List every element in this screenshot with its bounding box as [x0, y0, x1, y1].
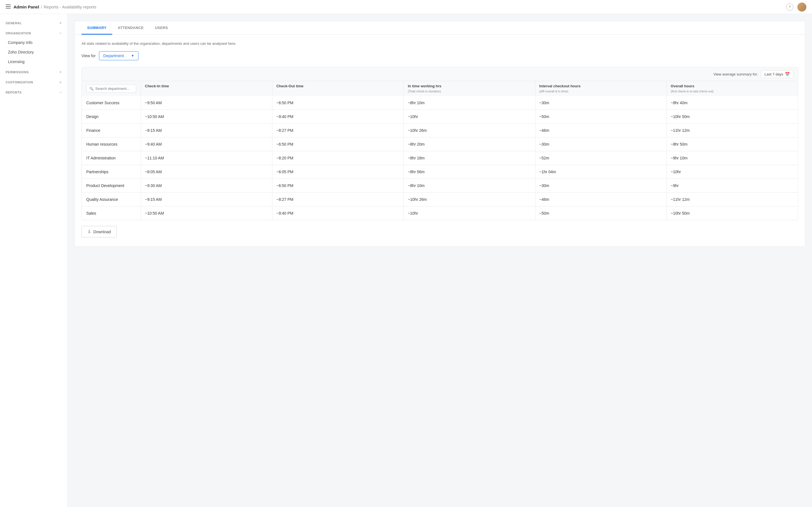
sidebar-section-permissions-header[interactable]: PERMISSIONS +	[0, 68, 67, 76]
col-overall-sub: (first check-in to last check-out)	[671, 89, 794, 93]
chevron-down-icon: ▼	[131, 54, 134, 58]
sidebar-section-general-header[interactable]: GENERAL +	[0, 18, 67, 27]
col-header-checkin: Check-In time	[141, 81, 272, 96]
cell-checkin: ~9:30 AM	[141, 179, 272, 192]
svg-rect-0	[6, 4, 11, 5]
sidebar-section-org-title: ORGANIZATION	[6, 32, 31, 35]
nav-left: Admin Panel / Reports - Availability rep…	[6, 4, 96, 10]
summary-bar-label: View average summary for:	[714, 72, 758, 76]
cell-overall: ~10hr 50m	[667, 207, 798, 220]
cell-interval: ~1hr 04m	[536, 165, 667, 179]
cell-checkout: ~8:27 PM	[272, 124, 404, 137]
cell-checkout: ~8:27 PM	[272, 193, 404, 206]
tab-summary[interactable]: SUMMARY	[82, 21, 112, 35]
cell-interval: ~30m	[536, 179, 667, 192]
avatar[interactable]	[797, 3, 806, 11]
description-text: All stats related to availability of the…	[82, 41, 798, 46]
sidebar-section-customization-title: CUSTOMIZATION	[6, 80, 33, 84]
cell-checkout: ~9:40 PM	[272, 110, 404, 123]
cell-intime: ~10hr 26m	[404, 124, 535, 137]
cell-overall: ~8hr 40m	[667, 96, 798, 110]
table-row: Customer Success ~9:50 AM ~6:50 PM ~8hr …	[82, 96, 798, 110]
admin-panel-link[interactable]: Admin Panel	[13, 4, 39, 9]
sidebar-section-organization: ORGANIZATION − Company Info Zoho Directo…	[0, 29, 67, 66]
cell-interval: ~46m	[536, 124, 667, 137]
cell-dept: Product Development	[82, 179, 141, 192]
cell-dept: Partnerships	[82, 165, 141, 179]
help-icon[interactable]: ?	[786, 3, 794, 11]
dropdown-selected: Department	[103, 54, 124, 58]
tab-users[interactable]: USERS	[149, 21, 173, 35]
table-row: Product Development ~9:30 AM ~6:50 PM ~8…	[82, 179, 798, 193]
cell-checkout: ~6:05 PM	[272, 165, 404, 179]
table-row: Partnerships ~8:05 AM ~6:05 PM ~8hr 56m …	[82, 165, 798, 179]
period-selector[interactable]: Last 7 days 📅	[761, 70, 794, 78]
period-label: Last 7 days	[765, 72, 783, 76]
sidebar-section-customization: CUSTOMIZATION +	[0, 78, 67, 87]
col-header-checkout: Check-Out time	[272, 81, 404, 96]
cell-overall: ~10hr 50m	[667, 110, 798, 123]
cell-intime: ~8hr 10m	[404, 179, 535, 192]
cell-interval: ~30m	[536, 96, 667, 110]
sidebar-section-org-header[interactable]: ORGANIZATION −	[0, 29, 67, 38]
cell-checkout: ~6:50 PM	[272, 137, 404, 151]
col-interval-sub: (diff overall & in time)	[539, 89, 663, 93]
cell-checkin: ~9:15 AM	[141, 124, 272, 137]
col-intime-label: In time working hrs	[408, 84, 531, 89]
tab-attendance[interactable]: ATTENDANCE	[112, 21, 149, 35]
cell-checkin: ~11:10 AM	[141, 151, 272, 165]
cell-overall: ~11hr 12m	[667, 193, 798, 206]
download-button[interactable]: ⇩ Download	[82, 226, 117, 237]
svg-rect-1	[6, 6, 11, 7]
sidebar-section-customization-header[interactable]: CUSTOMIZATION +	[0, 78, 67, 87]
cell-checkin: ~10:50 AM	[141, 110, 272, 123]
col-headers: 🔍 Check-In time Check-Out time In time w…	[82, 81, 798, 96]
cell-dept: IT Administration	[82, 151, 141, 165]
breadcrumb-separator: /	[41, 4, 42, 9]
cell-overall: ~11hr 12m	[667, 124, 798, 137]
sidebar-section-reports: REPORTS −	[0, 88, 67, 97]
table-row: IT Administration ~11:10 AM ~8:20 PM ~8h…	[82, 151, 798, 165]
table-row: Quality Assurance ~9:15 AM ~8:27 PM ~10h…	[82, 193, 798, 207]
col-overall-label: Overall hours	[671, 84, 794, 89]
cell-interval: ~52m	[536, 151, 667, 165]
hamburger-icon[interactable]	[6, 4, 11, 10]
main-content: SUMMARY ATTENDANCE USERS All stats relat…	[68, 14, 812, 507]
cell-interval: ~50m	[536, 207, 667, 220]
cell-overall: ~10hr	[667, 165, 798, 179]
cell-checkin: ~9:50 AM	[141, 96, 272, 110]
cell-checkin: ~8:05 AM	[141, 165, 272, 179]
sidebar-reports-collapse-icon: −	[59, 90, 62, 95]
summary-bar: View average summary for: Last 7 days 📅	[82, 67, 798, 81]
table-body: Customer Success ~9:50 AM ~6:50 PM ~8hr …	[82, 96, 798, 220]
sidebar-item-zoho-directory[interactable]: Zoho Directory	[0, 47, 67, 57]
sidebar-org-collapse-icon: −	[59, 31, 62, 36]
cell-checkout: ~6:50 PM	[272, 96, 404, 110]
table-row: Human resources ~9:40 AM ~6:50 PM ~8hr 2…	[82, 137, 798, 151]
sidebar-section-reports-header[interactable]: REPORTS −	[0, 88, 67, 97]
cell-intime: ~8hr 10m	[404, 96, 535, 110]
sidebar-section-permissions-title: PERMISSIONS	[6, 70, 29, 74]
sidebar-general-expand-icon: +	[59, 21, 62, 25]
sidebar-customization-expand-icon: +	[59, 80, 62, 84]
col-intime-sub: (Total check-in duration)	[408, 89, 531, 93]
tabs-bar: SUMMARY ATTENDANCE USERS	[75, 21, 805, 35]
cell-overall: ~9hr	[667, 179, 798, 192]
sidebar-section-permissions: PERMISSIONS +	[0, 68, 67, 76]
download-row: ⇩ Download	[82, 220, 798, 240]
cell-intime: ~8hr 56m	[404, 165, 535, 179]
sidebar-item-company-info[interactable]: Company Info	[0, 38, 67, 47]
cell-checkin: ~9:40 AM	[141, 137, 272, 151]
cell-interval: ~30m	[536, 137, 667, 151]
view-for-row: View for Department ▼	[82, 51, 798, 60]
cell-intime: ~10hr 26m	[404, 193, 535, 206]
nav-right: ?	[786, 3, 806, 11]
cell-checkout: ~8:20 PM	[272, 151, 404, 165]
department-dropdown[interactable]: Department ▼	[99, 51, 139, 60]
sidebar-item-licensing[interactable]: Licensing	[0, 57, 67, 66]
summary-table: View average summary for: Last 7 days 📅 …	[82, 67, 798, 220]
cell-overall: ~9hr 10m	[667, 151, 798, 165]
search-icon: 🔍	[89, 87, 94, 91]
search-input[interactable]	[95, 87, 133, 91]
download-icon: ⇩	[87, 229, 91, 234]
